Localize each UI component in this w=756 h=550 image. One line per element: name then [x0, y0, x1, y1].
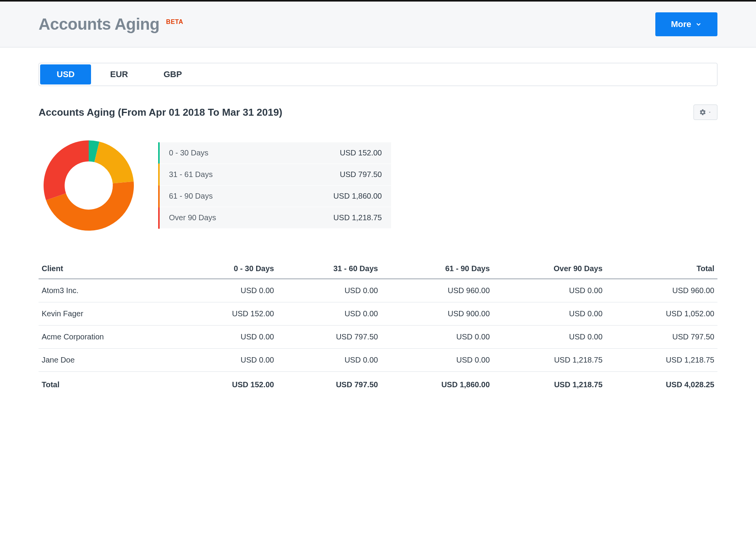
- beta-badge: BETA: [166, 19, 183, 25]
- cell-value: USD 0.00: [179, 326, 277, 349]
- cell-value: USD 797.50: [606, 326, 717, 349]
- legend-label: 31 - 61 Days: [169, 170, 213, 179]
- legend-row: Over 90 DaysUSD 1,218.75: [160, 207, 391, 229]
- table-row: Kevin FagerUSD 152.00USD 0.00USD 900.00U…: [39, 302, 717, 326]
- table-header-row: Client 0 - 30 Days 31 - 60 Days 61 - 90 …: [39, 259, 717, 279]
- col-total: Total: [606, 259, 717, 279]
- more-button-label: More: [671, 19, 691, 29]
- cell-total-value: USD 797.50: [277, 372, 381, 396]
- legend-label: 61 - 90 Days: [169, 192, 213, 201]
- cell-value: USD 900.00: [381, 302, 493, 326]
- cell-total-label: Total: [39, 372, 179, 396]
- cell-value: USD 0.00: [493, 326, 606, 349]
- page-title-text: Accounts Aging: [39, 15, 159, 33]
- tab-eur[interactable]: EUR: [92, 63, 145, 86]
- cell-value: USD 1,218.75: [606, 349, 717, 372]
- cell-value: USD 960.00: [381, 279, 493, 302]
- table-row: Acme CorporationUSD 0.00USD 797.50USD 0.…: [39, 326, 717, 349]
- cell-value: USD 960.00: [606, 279, 717, 302]
- tab-gbp[interactable]: GBP: [146, 63, 200, 86]
- cell-total-value: USD 1,218.75: [493, 372, 606, 396]
- legend-row: 0 - 30 DaysUSD 152.00: [160, 142, 391, 164]
- cell-total-value: USD 1,860.00: [381, 372, 493, 396]
- table-row: Jane DoeUSD 0.00USD 0.00USD 0.00USD 1,21…: [39, 349, 717, 372]
- donut-slice: [94, 142, 134, 183]
- col-61-90: 61 - 90 Days: [381, 259, 493, 279]
- settings-button[interactable]: [694, 105, 717, 120]
- legend-label: Over 90 Days: [169, 213, 216, 222]
- cell-value: USD 0.00: [277, 279, 381, 302]
- legend-label: 0 - 30 Days: [169, 148, 208, 157]
- col-0-30: 0 - 30 Days: [179, 259, 277, 279]
- main-content: USD EUR GBP Accounts Aging (From Apr 01 …: [0, 47, 756, 419]
- cell-total-value: USD 152.00: [179, 372, 277, 396]
- cell-value: USD 0.00: [381, 349, 493, 372]
- cell-value: USD 1,052.00: [606, 302, 717, 326]
- table-total-row: TotalUSD 152.00USD 797.50USD 1,860.00USD…: [39, 372, 717, 396]
- caret-down-icon: [708, 110, 712, 114]
- col-client: Client: [39, 259, 179, 279]
- col-31-60: 31 - 60 Days: [277, 259, 381, 279]
- legend-value: USD 797.50: [340, 170, 382, 179]
- cell-value: USD 0.00: [493, 302, 606, 326]
- page-header: Accounts Aging BETA More: [0, 0, 756, 47]
- col-over-90: Over 90 Days: [493, 259, 606, 279]
- donut-slice: [44, 140, 89, 200]
- tab-usd[interactable]: USD: [40, 64, 91, 84]
- report-title: Accounts Aging (From Apr 01 2018 To Mar …: [39, 106, 282, 118]
- aging-legend: 0 - 30 DaysUSD 152.0031 - 61 DaysUSD 797…: [158, 142, 391, 229]
- cell-value: USD 0.00: [277, 302, 381, 326]
- legend-value: USD 1,218.75: [333, 213, 382, 222]
- cell-client: Acme Corporation: [39, 326, 179, 349]
- cell-client: Kevin Fager: [39, 302, 179, 326]
- cell-value: USD 0.00: [493, 279, 606, 302]
- cell-value: USD 0.00: [179, 349, 277, 372]
- gear-icon: [699, 109, 706, 116]
- aging-table: Client 0 - 30 Days 31 - 60 Days 61 - 90 …: [39, 259, 717, 396]
- cell-total-value: USD 4,028.25: [606, 372, 717, 396]
- chevron-down-icon: [695, 21, 702, 28]
- report-header: Accounts Aging (From Apr 01 2018 To Mar …: [39, 105, 717, 120]
- legend-value: USD 152.00: [340, 148, 382, 157]
- aging-donut-chart: [39, 135, 139, 236]
- cell-value: USD 797.50: [277, 326, 381, 349]
- cell-value: USD 152.00: [179, 302, 277, 326]
- cell-value: USD 0.00: [179, 279, 277, 302]
- more-button[interactable]: More: [655, 12, 717, 36]
- cell-value: USD 1,218.75: [493, 349, 606, 372]
- summary-row: 0 - 30 DaysUSD 152.0031 - 61 DaysUSD 797…: [39, 135, 717, 236]
- table-row: Atom3 Inc.USD 0.00USD 0.00USD 960.00USD …: [39, 279, 717, 302]
- cell-value: USD 0.00: [381, 326, 493, 349]
- legend-value: USD 1,860.00: [333, 192, 382, 201]
- currency-tab-bar: USD EUR GBP: [39, 63, 717, 86]
- cell-client: Jane Doe: [39, 349, 179, 372]
- page-title: Accounts Aging BETA: [39, 15, 183, 34]
- cell-value: USD 0.00: [277, 349, 381, 372]
- legend-row: 61 - 90 DaysUSD 1,860.00: [160, 186, 391, 207]
- cell-client: Atom3 Inc.: [39, 279, 179, 302]
- legend-row: 31 - 61 DaysUSD 797.50: [160, 164, 391, 186]
